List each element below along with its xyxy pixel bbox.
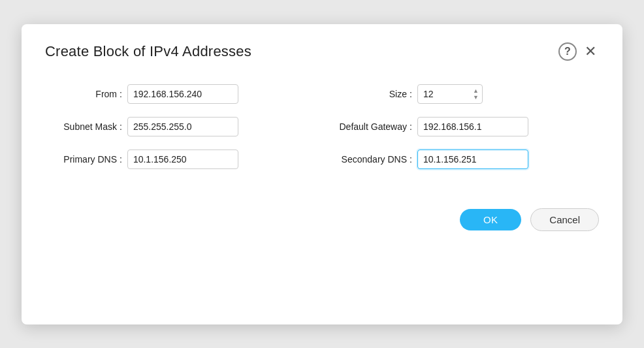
dialog-footer: OK Cancel: [45, 208, 599, 231]
from-colon: :: [120, 89, 122, 99]
primary-dns-label: Primary DNS: [45, 154, 117, 165]
cancel-button[interactable]: Cancel: [530, 208, 599, 231]
size-spinner: ▲ ▼: [472, 87, 480, 100]
form-row-size: Size : ▲ ▼: [335, 84, 599, 104]
form-row-from: From :: [45, 84, 309, 104]
size-wrapper: ▲ ▼: [417, 84, 483, 104]
help-button[interactable]: ?: [558, 42, 577, 61]
secondary-dns-colon: :: [410, 154, 412, 165]
from-label: From: [45, 89, 117, 99]
gateway-input[interactable]: [417, 117, 528, 136]
gateway-colon: :: [410, 121, 412, 132]
from-input[interactable]: [127, 84, 238, 104]
form-row-primary-dns: Primary DNS :: [45, 150, 309, 169]
close-button[interactable]: ✕: [582, 44, 599, 59]
form-row-subnet: Subnet Mask :: [45, 117, 309, 136]
size-increment-button[interactable]: ▲: [472, 87, 480, 93]
size-label: Size: [335, 89, 407, 99]
gateway-label: Default Gateway: [335, 121, 407, 132]
form-grid: From : Size : ▲ ▼ Subnet Mask : Default …: [45, 84, 599, 169]
dialog-title-actions: ? ✕: [558, 42, 599, 61]
dialog-title: Create Block of IPv4 Addresses: [45, 43, 251, 60]
secondary-dns-input[interactable]: [417, 150, 528, 169]
secondary-dns-label: Secondary DNS: [335, 154, 407, 165]
form-row-secondary-dns: Secondary DNS :: [335, 150, 599, 169]
ok-button[interactable]: OK: [460, 209, 521, 230]
size-decrement-button[interactable]: ▼: [472, 94, 480, 100]
subnet-colon: :: [120, 121, 122, 132]
size-colon: :: [410, 89, 412, 99]
subnet-label: Subnet Mask: [45, 121, 117, 132]
form-row-gateway: Default Gateway :: [335, 117, 599, 136]
subnet-input[interactable]: [127, 117, 238, 136]
dialog-title-bar: Create Block of IPv4 Addresses ? ✕: [45, 42, 599, 61]
primary-dns-input[interactable]: [127, 150, 238, 169]
primary-dns-colon: :: [120, 154, 122, 165]
create-block-dialog: Create Block of IPv4 Addresses ? ✕ From …: [22, 24, 622, 324]
